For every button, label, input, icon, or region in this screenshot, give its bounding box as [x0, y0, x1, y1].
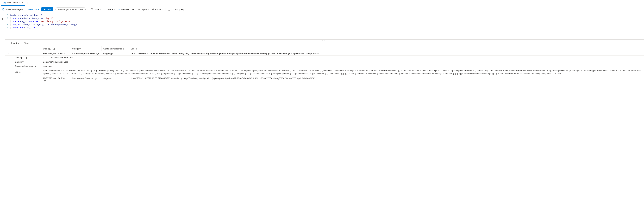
detail-label: Log_s	[5, 68, 41, 76]
detail-value: stageapp	[41, 64, 644, 68]
query-editor[interactable]: 1ContainerAppConsoleLogs_CL2| where Cont…	[5, 13, 644, 30]
detail-label: ContainerAppName_s	[5, 64, 41, 68]
query-tab[interactable]: New Query 1* ×	[1, 0, 25, 6]
time-range-selector[interactable]: Time range : Last 24 hours	[56, 7, 86, 11]
divider	[165, 8, 166, 11]
column-header[interactable]: Log_s	[129, 46, 644, 51]
new-alert-button[interactable]: + New alert rule	[118, 7, 134, 11]
column-header[interactable]: Category	[70, 46, 101, 51]
expand-toggle[interactable]	[5, 51, 41, 56]
pin-icon	[152, 8, 154, 11]
resizer-dots-icon: • • •	[322, 40, 327, 41]
time-range-label: Time range :	[58, 8, 70, 10]
share-button[interactable]: Share ⌄	[104, 7, 116, 11]
detail-label: Category	[5, 60, 41, 64]
table-row[interactable]: 11/7/2023, 6:41:45.511 … ContainerAppCon…	[5, 51, 644, 56]
cell-time: 11/7/2023, 6:41:00.718 PM	[41, 76, 70, 83]
run-button[interactable]: Run	[42, 7, 53, 11]
play-icon	[44, 8, 46, 10]
cell-time: 11/7/2023, 6:41:45.511 …	[41, 51, 70, 56]
chevron-down-icon: ⌄	[114, 8, 115, 10]
toolbar: workspace-stageg… Select scope Run Time …	[0, 6, 644, 13]
detail-value: 2023-11-07T18:41:45.5116722Z	[41, 56, 644, 60]
detail-value: time="2023-11-07T18:41:45.511590713Z" le…	[41, 68, 644, 76]
cell-log: time="2023-11-07T18:41:00.718468847Z" le…	[129, 76, 644, 83]
workspace-selector[interactable]: workspace-stageg…	[2, 8, 25, 11]
cell-app: stageapp	[101, 76, 129, 83]
tab-results[interactable]: Results	[8, 41, 21, 46]
workspace-icon	[2, 8, 4, 11]
results-table: time_t [UTC] Category ContainerAppName_s…	[5, 46, 644, 83]
tab-bar: New Query 1* × +	[0, 0, 644, 6]
svg-point-1	[2, 8, 4, 9]
column-header[interactable]: time_t [UTC]	[41, 46, 70, 51]
detail-row: ContainerAppName_s stageapp	[5, 64, 644, 68]
save-button[interactable]: Save ⌄	[90, 7, 101, 11]
pin-button[interactable]: Pin to ⌄	[152, 7, 163, 11]
export-icon	[137, 8, 140, 11]
expand-column	[5, 46, 41, 51]
svg-point-0	[4, 2, 6, 2]
detail-row: Category ContainerAppConsoleLogs	[5, 60, 644, 64]
save-icon	[90, 8, 93, 11]
time-range-value: Last 24 hours	[70, 8, 83, 10]
result-tabs: Results Chart	[5, 41, 644, 46]
close-icon[interactable]: ×	[22, 1, 23, 4]
query-icon	[3, 1, 6, 4]
table-row[interactable]: 11/7/2023, 6:41:00.718 PM ContainerAppCo…	[5, 76, 644, 83]
detail-label: time_t [UTC]	[5, 56, 41, 60]
cell-category: ContainerAppConsoleLogs	[70, 76, 101, 83]
workspace-name: workspace-stageg…	[6, 8, 25, 10]
chevron-right-icon	[2, 18, 4, 20]
chevron-down-icon	[7, 52, 9, 54]
divider	[88, 8, 88, 11]
chevron-right-icon	[7, 77, 9, 79]
format-query-button[interactable]: Format query	[168, 7, 184, 11]
detail-row: time_t [UTC] 2023-11-07T18:41:45.5116722…	[5, 56, 644, 60]
expand-toggle[interactable]	[5, 76, 41, 83]
export-button[interactable]: Export ⌄	[137, 7, 149, 11]
chevron-down-icon: ⌄	[161, 8, 163, 10]
detail-value: ContainerAppConsoleLogs	[41, 60, 644, 64]
select-scope-link[interactable]: Select scope	[27, 8, 39, 10]
tab-chart[interactable]: Chart	[21, 41, 32, 46]
chevron-down-icon: ⌄	[100, 8, 101, 10]
cell-app: stageapp	[101, 51, 129, 56]
column-header[interactable]: ContainerAppName_s	[101, 46, 129, 51]
share-icon	[104, 8, 106, 11]
format-icon	[168, 8, 170, 11]
resizer-handle[interactable]: • • •	[5, 39, 644, 41]
cell-category: ContainerAppConsoleLogs	[70, 51, 101, 56]
add-tab-button[interactable]: +	[25, 1, 30, 4]
tab-title: New Query 1*	[7, 1, 20, 4]
detail-row: Log_s time="2023-11-07T18:41:45.51159071…	[5, 68, 644, 76]
cell-log: time="2023-11-07T18:41:45.511590713Z" le…	[129, 51, 644, 56]
sidebar-toggle[interactable]	[0, 13, 5, 83]
chevron-down-icon: ⌄	[148, 8, 149, 10]
plus-icon: +	[118, 8, 120, 11]
